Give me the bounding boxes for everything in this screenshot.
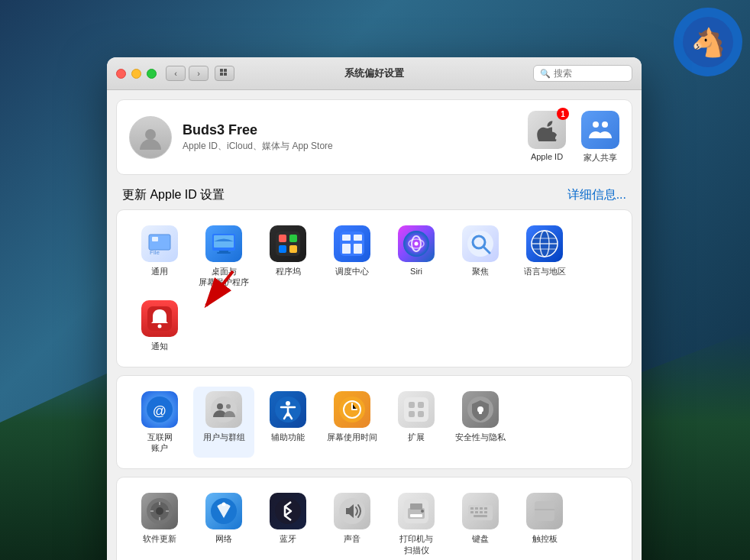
forward-button[interactable]: ›: [189, 66, 209, 81]
family-sharing-icon: [587, 117, 613, 143]
users-icon-svg: [210, 396, 238, 423]
pref-accessibility[interactable]: 辅助功能: [257, 387, 318, 458]
pref-network[interactable]: 网络: [193, 488, 254, 560]
spotlight-label: 聚焦: [472, 266, 489, 277]
family-sharing-label: 家人共享: [584, 152, 617, 163]
svg-rect-57: [479, 409, 482, 414]
printer-icon: [398, 493, 435, 529]
pref-users[interactable]: 用户与群组: [193, 387, 254, 458]
profile-section[interactable]: Buds3 Free Apple ID、iCloud、媒体与 App Store…: [116, 99, 632, 175]
svg-rect-2: [220, 69, 223, 72]
svg-rect-79: [470, 511, 474, 513]
spotlight-icon: [462, 225, 499, 262]
users-label: 用户与群组: [203, 432, 245, 442]
accessibility-label: 辅助功能: [271, 432, 305, 442]
icon-grid-row2: @ 互联网账户 用户与群组: [129, 387, 619, 458]
pref-mission[interactable]: 调度中心: [322, 221, 383, 293]
svg-point-47: [286, 401, 290, 406]
printer-label: 打印机与扫描仪: [399, 533, 433, 555]
svg-point-43: [211, 397, 237, 422]
pref-spotlight[interactable]: 聚焦: [450, 221, 511, 293]
mission-icon: [334, 225, 370, 262]
forward-icon: ›: [197, 69, 200, 78]
grid-view-button[interactable]: [215, 66, 234, 81]
pref-printer[interactable]: 打印机与扫描仪: [386, 488, 447, 560]
svg-rect-54: [418, 411, 424, 417]
svg-rect-17: [279, 235, 286, 242]
siri-icon: [398, 225, 435, 262]
security-label: 安全性与隐私: [455, 432, 506, 442]
apple-id-label: Apple ID: [531, 152, 563, 161]
pref-extensions[interactable]: 扩展: [386, 387, 447, 458]
svg-rect-3: [224, 69, 227, 72]
sound-icon-svg: [338, 497, 366, 525]
titlebar: ‹ › 系统偏好设置 🔍: [107, 57, 642, 90]
svg-rect-20: [289, 245, 297, 253]
pref-desktop[interactable]: 桌面与屏幕保护程序: [193, 221, 254, 293]
svg-text:@: @: [153, 403, 166, 419]
pref-bluetooth[interactable]: 蓝牙: [257, 488, 318, 560]
pref-general[interactable]: File 通用: [129, 221, 190, 293]
pref-software[interactable]: 软件更新: [129, 488, 190, 560]
back-icon: ‹: [174, 69, 177, 78]
spotlight-icon-svg: [467, 230, 494, 257]
svg-rect-80: [475, 511, 478, 513]
back-button[interactable]: ‹: [166, 66, 186, 81]
svg-rect-52: [418, 402, 424, 408]
sound-icon: [334, 493, 370, 529]
svg-rect-71: [410, 503, 422, 510]
users-icon: [205, 391, 242, 428]
update-text: 更新 Apple ID 设置: [122, 187, 225, 203]
desktop-icon-svg: [210, 230, 238, 257]
svg-point-8: [602, 121, 608, 128]
screentime-icon: [334, 391, 370, 428]
maximize-button[interactable]: [147, 69, 157, 79]
trackpad-icon-svg: [531, 497, 558, 525]
screentime-label: 屏幕使用时间: [327, 432, 377, 442]
keyboard-icon: [462, 493, 499, 529]
search-box[interactable]: 🔍: [533, 65, 632, 82]
svg-rect-19: [279, 245, 286, 253]
minimize-button[interactable]: [131, 69, 141, 79]
search-input[interactable]: [554, 68, 626, 79]
pref-trackpad[interactable]: 触控板: [514, 488, 575, 560]
notification-label: 通知: [151, 341, 168, 351]
trackpad-label: 触控板: [532, 533, 558, 544]
pref-siri[interactable]: Siri: [386, 221, 447, 293]
internet-icon-svg: @: [146, 396, 173, 423]
pref-notification[interactable]: 通知: [129, 296, 190, 356]
family-sharing-button[interactable]: 家人共享: [581, 111, 619, 163]
general-icon-svg: File: [146, 230, 173, 257]
avatar-icon: [137, 124, 164, 151]
apple-id-button[interactable]: 1 Apple ID: [528, 111, 566, 163]
pref-language[interactable]: 语言与地区: [514, 221, 575, 293]
family-icon-container: [581, 111, 619, 149]
pref-screentime[interactable]: 屏幕使用时间: [322, 387, 383, 458]
section-row3: 软件更新 网络: [116, 477, 632, 560]
launcher-icon-svg: [274, 230, 302, 257]
bluetooth-label: 蓝牙: [280, 533, 296, 544]
pref-security[interactable]: 安全性与隐私: [450, 387, 511, 458]
icon-grid-row3: 软件更新 网络: [129, 488, 619, 560]
sound-label: 声音: [344, 533, 360, 544]
update-banner: 更新 Apple ID 设置 详细信息...: [107, 184, 642, 209]
pref-sound[interactable]: 声音: [322, 488, 383, 560]
siri-label: Siri: [410, 266, 422, 277]
icon-grid-row1: File 通用 桌面与屏幕保护程序: [129, 221, 619, 356]
svg-rect-77: [480, 507, 483, 510]
svg-rect-5: [224, 73, 227, 76]
launcher-icon: [270, 225, 306, 262]
pref-launcher[interactable]: 程序坞: [257, 221, 318, 293]
svg-rect-83: [474, 515, 487, 517]
pref-keyboard[interactable]: 键盘: [450, 488, 511, 560]
network-icon-svg: [210, 497, 238, 525]
close-button[interactable]: [116, 69, 126, 79]
svg-rect-24: [342, 244, 351, 254]
accessibility-icon-svg: [274, 396, 302, 423]
update-link[interactable]: 详细信息...: [567, 187, 626, 203]
svg-rect-14: [219, 251, 228, 252]
svg-rect-22: [342, 235, 351, 241]
pref-internet[interactable]: @ 互联网账户: [129, 387, 190, 458]
printer-icon-svg: [402, 497, 430, 525]
svg-rect-53: [409, 411, 415, 417]
